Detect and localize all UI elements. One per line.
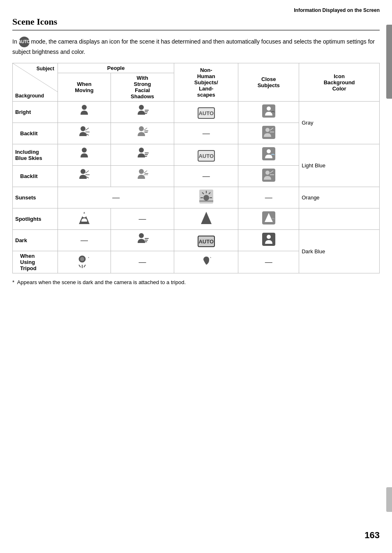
icon-bluesky-nonhuman: AUTO: [174, 144, 238, 166]
right-tab: [386, 25, 392, 99]
icon-bright-moving: [58, 102, 111, 123]
color-gray: Gray: [299, 102, 380, 144]
icon-sunsets-nonhuman: [174, 187, 238, 208]
auto-icon: AUTO: [198, 107, 215, 119]
icon-backlit2-shadow: [111, 166, 174, 187]
svg-rect-3: [145, 110, 149, 111]
svg-rect-16: [145, 153, 149, 153]
svg-rect-5: [145, 113, 147, 114]
row-label-dark: Dark: [13, 230, 58, 251]
scene-table: Subject Background People Non-HumanSubje…: [12, 63, 380, 273]
corner-cell: Subject Background: [13, 63, 58, 102]
row-label-spotlights: Spotlights: [13, 208, 58, 230]
svg-rect-6: [262, 104, 275, 118]
intro-text: In AUTO mode, the camera displays an ico…: [12, 37, 380, 56]
svg-point-8: [81, 126, 85, 131]
icon-bright-shadow: [111, 102, 174, 123]
icon-spotlights-moving: [58, 208, 111, 230]
close-subjects-header: CloseSubjects: [238, 63, 299, 102]
dash-backlit2-nonhuman: —: [174, 166, 238, 187]
non-human-header: Non-HumanSubjects/Land-scapes: [174, 63, 238, 102]
icon-dark-shadow: [111, 230, 174, 251]
icon-bluesky-shadow: [111, 144, 174, 166]
svg-rect-19: [262, 147, 275, 160]
icon-tripod-nonhuman: *: [174, 251, 238, 273]
svg-point-13: [265, 128, 270, 132]
svg-line-47: [79, 265, 81, 267]
svg-point-46: [80, 257, 84, 261]
icon-tripod-moving: *: [58, 251, 111, 273]
auto-icon-dark: AUTO: [198, 236, 215, 247]
icon-backlit1-moving: [58, 123, 111, 144]
svg-rect-24: [262, 169, 275, 182]
corner-subject-label: Subject: [37, 66, 54, 72]
dash-backlit1-nonhuman: —: [174, 123, 238, 144]
svg-rect-12: [262, 126, 275, 139]
table-row: Sunsets — — Orange: [13, 187, 380, 208]
table-row: Dark — AUTO: [13, 230, 380, 251]
dash-spotlights-shadow: —: [111, 208, 174, 230]
svg-rect-23: [145, 173, 148, 174]
color-orange: Orange: [299, 187, 380, 208]
table-row: IncludingBlue Skies: [13, 144, 380, 166]
icon-dark-close: [238, 230, 299, 251]
svg-rect-41: [145, 240, 148, 241]
svg-marker-36: [201, 212, 212, 224]
svg-rect-17: [145, 154, 148, 155]
svg-point-15: [139, 148, 144, 153]
auto-mode-badge: AUTO: [19, 37, 30, 47]
svg-point-7: [267, 106, 271, 111]
svg-text:*: *: [210, 256, 211, 260]
icon-backlit1-close: [238, 123, 299, 144]
svg-rect-10: [145, 130, 148, 131]
svg-point-44: [267, 235, 271, 239]
icon-backlit2-moving: [58, 166, 111, 187]
dash-tripod-close: —: [238, 251, 299, 273]
svg-point-21: [81, 169, 85, 174]
header-row: Subject Background People Non-HumanSubje…: [13, 63, 380, 73]
svg-point-25: [265, 171, 270, 175]
row-label-bluesky: IncludingBlue Skies: [13, 144, 58, 166]
color-darkblue: Dark Blue: [299, 230, 380, 273]
icon-bluesky-moving: [58, 144, 111, 166]
svg-rect-42: [145, 241, 147, 242]
icon-bg-color-header: IconBackgroundColor: [299, 63, 380, 102]
svg-point-39: [139, 233, 144, 238]
svg-point-20: [267, 149, 271, 153]
row-label-tripod: WhenUsingTripod: [13, 251, 58, 273]
dash-tripod-shadow: —: [111, 251, 174, 273]
strong-shadows-header: WithStrongFacialShadows: [111, 73, 174, 102]
people-header: People: [58, 63, 174, 73]
right-tab-bottom: [386, 487, 392, 512]
row-label-sunsets: Sunsets: [13, 187, 58, 208]
svg-rect-40: [145, 238, 149, 239]
dash-sunsets-close: —: [238, 187, 299, 208]
svg-point-1: [82, 105, 87, 110]
svg-point-14: [82, 148, 87, 153]
auto-icon-bluesky: AUTO: [198, 150, 215, 162]
svg-rect-43: [262, 233, 275, 246]
svg-point-9: [139, 126, 144, 131]
row-label-backlit1: Backlit: [13, 123, 58, 144]
color-lightblue: Light Blue: [299, 144, 380, 187]
page-number: 163: [364, 530, 380, 541]
footnote: * Appears when the scene is dark and the…: [12, 278, 380, 287]
table-row: Bright AUT: [13, 102, 380, 123]
icon-dark-nonhuman: AUTO: [174, 230, 238, 251]
table-row: Spotlights —: [13, 208, 380, 230]
icon-bright-close: [238, 102, 299, 123]
svg-line-49: [84, 265, 85, 267]
when-moving-header: WhenMoving: [58, 73, 111, 102]
svg-text:*: *: [88, 256, 89, 260]
icon-backlit2-close: [238, 166, 299, 187]
svg-rect-4: [145, 111, 148, 112]
corner-bg-label: Background: [15, 93, 44, 99]
icon-bright-nonhuman: AUTO: [174, 102, 238, 123]
icon-backlit1-shadow: [111, 123, 174, 144]
svg-point-27: [203, 195, 209, 201]
header-title: Information Displayed on the Screen: [294, 7, 380, 13]
row-label-backlit2: Backlit: [13, 166, 58, 187]
icon-bluesky-close: [238, 144, 299, 166]
row-label-bright: Bright: [13, 102, 58, 123]
svg-point-2: [139, 105, 144, 110]
